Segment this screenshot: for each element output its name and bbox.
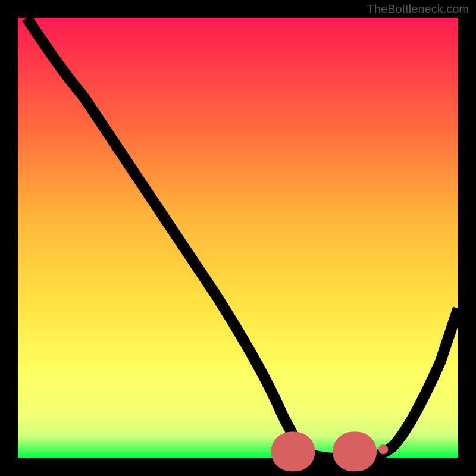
bottleneck-curve-line xyxy=(27,18,458,459)
valley-end-dot xyxy=(378,444,388,454)
chart-plot-area xyxy=(18,18,458,458)
watermark-text: TheBottleneck.com xyxy=(367,2,469,16)
chart-svg xyxy=(18,18,458,458)
